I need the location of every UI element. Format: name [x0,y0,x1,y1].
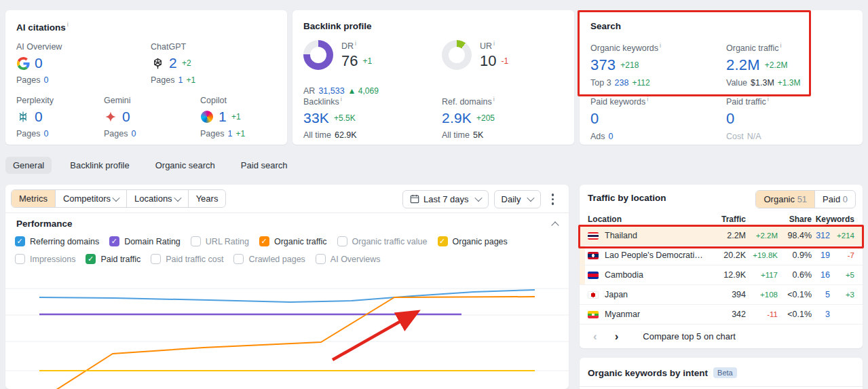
metric-referring-domains[interactable]: Referring domains [15,236,99,246]
perplexity-icon [16,110,30,124]
metric-domain-rating[interactable]: Domain Rating [109,236,181,246]
metric-organic-traffic[interactable]: Organic traffic [259,236,327,246]
ref-domains-stat: Ref. domainsi 2.9K+205 All time5K [442,96,571,140]
chevron-down-icon [112,193,119,201]
backlink-profile-card: Backlink profile DRi 76+1 AR31,533▲ 4,06… [293,10,574,145]
metric-paid-traffic-cost[interactable]: Paid traffic cost [151,254,223,264]
url-rating-block: URi 10-1 [442,40,508,70]
cambodia-flag-icon [588,272,599,279]
metric-ai-overviews[interactable]: AI Overviews [316,254,381,264]
date-controls: Last 7 days Daily [402,189,559,209]
info-icon: i [355,40,356,47]
info-icon: i [493,40,495,47]
info-icon: i [341,96,342,103]
checkbox-unchecked-icon [15,254,25,264]
locations-dropdown[interactable]: Locations [126,190,188,207]
chevron-down-icon [474,194,482,202]
granularity-dropdown[interactable]: Daily [494,190,541,208]
organic-paid-toggle: Organic 51 Paid 0 [755,190,856,208]
organic-toggle-button[interactable]: Organic 51 [756,191,814,208]
competitors-dropdown[interactable]: Competitors [55,190,126,207]
traffic-by-location-title: Traffic by location [588,193,666,203]
beta-badge: Beta [713,367,737,378]
metric-impressions[interactable]: Impressions [15,254,75,264]
tab-backlink-profile[interactable]: Backlink profile [62,157,136,174]
performance-section-title: Performance [16,219,73,229]
info-icon: i [647,96,648,103]
dr-donut-chart [303,40,333,70]
years-button[interactable]: Years [188,190,226,207]
myanmar-flag-icon [588,311,599,318]
more-options-kebab-icon[interactable] [546,189,560,209]
checkbox-unchecked-icon [191,236,201,246]
ai-overview-stat: AI Overview 0 Pages0 [16,42,145,85]
date-range-dropdown[interactable]: Last 7 days [402,190,489,208]
ur-donut-chart [442,40,472,70]
thailand-flag-icon [588,232,599,240]
info-icon: i [768,96,769,103]
checkbox-checked-icon [109,236,119,246]
prev-page-chevron-icon[interactable]: ‹ [588,329,603,344]
checkbox-unchecked-icon [233,254,244,264]
table-row-japan[interactable]: Japan 394 +108 <0.1% 5 +3 [580,285,863,305]
info-icon: i [67,21,69,28]
tab-general[interactable]: General [5,157,52,174]
traffic-table-header: Location Traffic Share Keywords [580,215,863,224]
dr-value: 76 [341,52,358,70]
series-organic-traffic [54,297,535,389]
backlinks-value: 33K [303,110,329,126]
chevron-down-icon [174,193,181,201]
checkbox-checked-icon [438,236,448,246]
keywords-by-intent-card: Organic keywords by intent Beta [580,358,863,389]
laos-flag-icon [588,252,599,259]
tab-organic-search[interactable]: Organic search [148,157,223,174]
filter-segmented-control: Metrics Competitors Locations Years [11,189,226,208]
collapse-chevron-up-icon[interactable] [551,221,559,229]
info-icon: i [493,96,495,103]
metric-paid-traffic[interactable]: Paid traffic [86,254,140,264]
gemini-icon [104,110,117,124]
table-row-thailand[interactable]: Thailand 2.2M +2.2M 98.4% 312 +214 [580,226,863,246]
info-icon: i [660,42,661,49]
traffic-by-location-card: Traffic by location Organic 51 Paid 0 Lo… [580,185,863,348]
copilot-icon [200,110,214,124]
ai-citations-title: AI citationsi [16,21,69,33]
perplexity-value: 0 [35,109,43,125]
checkbox-checked-icon [15,236,25,246]
metric-url-rating[interactable]: URL Rating [191,236,249,246]
next-page-chevron-icon[interactable]: › [609,329,624,344]
paid-toggle-button[interactable]: Paid 0 [814,191,855,208]
metric-organic-pages[interactable]: Organic pages [438,236,508,246]
japan-flag-icon [588,291,599,299]
table-row-cambodia[interactable]: Cambodia 12.9K +117 0.6% 16 +5 [580,265,863,285]
chatgpt-value: 2 [169,55,177,71]
checkbox-checked-icon [86,254,96,264]
metric-organic-traffic-value[interactable]: Organic traffic value [337,236,428,246]
paid-keywords-value: 0 [590,110,599,128]
chevron-down-icon [527,194,534,202]
ai-overview-value: 0 [35,55,43,71]
table-row-laos[interactable]: Lao People's Democratic Reput 20.2K +19.… [580,246,863,265]
chart-series-lines [39,290,535,389]
domain-rating-block: DRi 76+1 [303,40,372,70]
paid-keywords-stat: Paid keywordsi 0 Ads0 [590,96,719,141]
chart-gridlines [5,289,569,371]
section-tabs: General Backlink profile Organic search … [5,157,295,174]
compare-top5-link[interactable]: Compare top 5 on chart [643,331,736,341]
info-icon: i [780,42,782,49]
checkbox-unchecked-icon [337,236,347,246]
ref-domains-value: 2.9K [442,110,472,126]
backlinks-stat: Backlinksi 33K+5.5K All time62.9K [303,96,432,140]
ur-value: 10 [480,52,496,70]
calendar-icon [410,194,419,204]
backlink-profile-title: Backlink profile [303,21,372,31]
performance-chart[interactable] [5,270,569,389]
tab-paid-search[interactable]: Paid search [233,157,295,174]
organic-keywords-stat: Organic keywordsi 373+218 Top 3238+112 [590,42,719,88]
metrics-button[interactable]: Metrics [12,190,55,207]
metric-crawled-pages[interactable]: Crawled pages [233,254,305,264]
ahrefs-rank-line: AR31,533▲ 4,069 [303,86,379,96]
table-row-myanmar[interactable]: Myanmar 342 -11 <0.1% 3 [580,305,863,325]
keywords-by-intent-title: Organic keywords by intent [588,368,708,378]
performance-card: Metrics Competitors Locations Years Last… [5,185,569,389]
